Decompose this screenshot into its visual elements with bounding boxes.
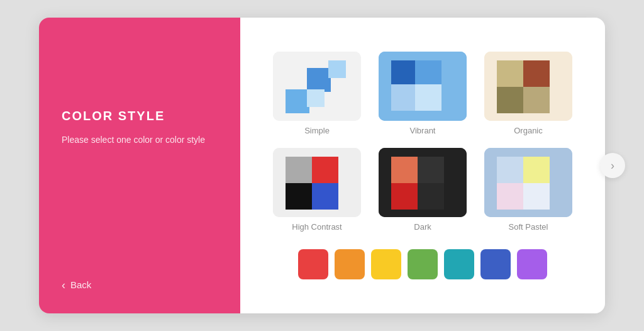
next-arrow-button[interactable]: › bbox=[600, 153, 625, 178]
style-label-simple: Simple bbox=[304, 126, 330, 135]
color-swatches bbox=[298, 249, 547, 279]
svg-rect-4 bbox=[307, 89, 325, 107]
swatch-cyan[interactable] bbox=[444, 249, 474, 279]
style-item-soft-pastel[interactable]: Soft Pastel bbox=[484, 148, 572, 232]
swatch-blue[interactable] bbox=[480, 249, 511, 279]
svg-rect-17 bbox=[312, 157, 338, 183]
back-label: Back bbox=[70, 279, 91, 290]
svg-rect-16 bbox=[286, 157, 312, 183]
style-label-dark: Dark bbox=[414, 222, 431, 232]
svg-rect-7 bbox=[415, 60, 441, 87]
style-item-high-contrast[interactable]: High Contrast bbox=[273, 148, 361, 232]
section-description: Please select one color or color style bbox=[62, 133, 218, 147]
style-label-soft-pastel: Soft Pastel bbox=[509, 222, 548, 232]
svg-rect-21 bbox=[391, 157, 418, 183]
style-thumb-highcontrast bbox=[273, 148, 361, 217]
style-item-dark[interactable]: Dark bbox=[379, 148, 467, 232]
svg-rect-26 bbox=[497, 157, 523, 183]
right-panel: Simple Vibrant bbox=[240, 18, 605, 313]
svg-rect-19 bbox=[312, 183, 338, 210]
svg-rect-12 bbox=[523, 60, 550, 87]
main-card: COLOR STYLE Please select one color or c… bbox=[39, 18, 605, 313]
svg-rect-27 bbox=[523, 157, 550, 183]
svg-rect-18 bbox=[286, 183, 312, 210]
left-content: COLOR STYLE Please select one color or c… bbox=[62, 109, 218, 147]
svg-rect-23 bbox=[391, 183, 418, 210]
style-item-simple[interactable]: Simple bbox=[273, 52, 361, 135]
style-label-vibrant: Vibrant bbox=[410, 126, 436, 135]
style-thumb-organic bbox=[484, 52, 572, 121]
svg-rect-6 bbox=[391, 60, 418, 87]
page-wrapper: COLOR STYLE Please select one color or c… bbox=[0, 0, 644, 331]
svg-rect-2 bbox=[307, 68, 331, 92]
svg-rect-24 bbox=[418, 183, 444, 210]
style-label-high-contrast: High Contrast bbox=[292, 222, 341, 232]
section-title: COLOR STYLE bbox=[62, 109, 218, 123]
back-button[interactable]: ‹ Back bbox=[62, 279, 218, 291]
svg-rect-13 bbox=[497, 87, 523, 113]
svg-rect-29 bbox=[523, 183, 550, 210]
svg-rect-28 bbox=[497, 183, 523, 210]
svg-rect-1 bbox=[286, 89, 309, 113]
style-thumb-vibrant bbox=[379, 52, 467, 121]
chevron-left-icon: ‹ bbox=[62, 279, 65, 291]
svg-rect-9 bbox=[415, 84, 441, 111]
style-thumb-softpastel bbox=[484, 148, 572, 217]
style-thumb-simple bbox=[273, 52, 361, 121]
style-grid: Simple Vibrant bbox=[273, 52, 572, 232]
style-thumb-dark bbox=[379, 148, 467, 217]
svg-rect-14 bbox=[523, 87, 550, 113]
svg-rect-22 bbox=[418, 157, 444, 183]
style-item-organic[interactable]: Organic bbox=[484, 52, 572, 135]
left-panel: COLOR STYLE Please select one color or c… bbox=[39, 18, 240, 313]
svg-rect-8 bbox=[391, 84, 418, 111]
swatch-red[interactable] bbox=[298, 249, 328, 279]
svg-rect-3 bbox=[328, 60, 346, 78]
swatch-green[interactable] bbox=[408, 249, 438, 279]
swatch-orange[interactable] bbox=[335, 249, 365, 279]
chevron-right-icon: › bbox=[611, 159, 614, 172]
style-item-vibrant[interactable]: Vibrant bbox=[379, 52, 467, 135]
swatch-yellow[interactable] bbox=[371, 249, 401, 279]
svg-rect-11 bbox=[497, 60, 523, 87]
swatch-purple[interactable] bbox=[517, 249, 547, 279]
style-label-organic: Organic bbox=[514, 126, 543, 135]
